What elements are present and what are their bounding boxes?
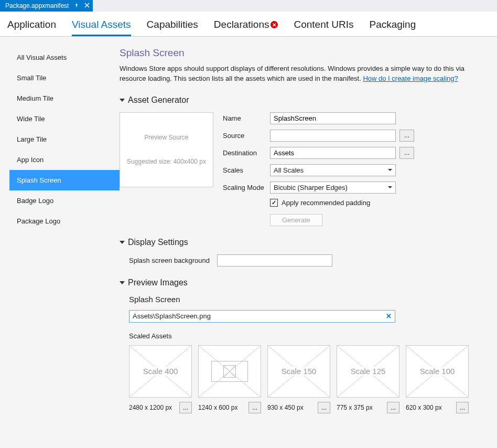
asset-preview-icon [211, 361, 248, 382]
tab-packaging[interactable]: Packaging [370, 19, 416, 36]
panel: Splash Screen Windows Store apps should … [120, 47, 497, 413]
tab-application[interactable]: Application [7, 19, 56, 36]
content-area: All Visual AssetsSmall TileMedium TileWi… [0, 37, 497, 413]
source-browse-button[interactable]: ... [399, 130, 414, 142]
asset-browse-button[interactable]: ... [456, 402, 469, 413]
destination-label: Destination [223, 149, 270, 157]
sidebar-item-app-icon[interactable]: App Icon [9, 150, 120, 170]
scales-dropdown[interactable]: All Scales [270, 164, 396, 176]
preview-source-box[interactable]: Preview Source Suggested size: 400x400 p… [120, 112, 213, 187]
section-display-settings[interactable]: Display Settings [120, 238, 492, 247]
scaled-asset: Scale 4002480 x 1200 px... [129, 345, 192, 413]
asset-browse-button[interactable]: ... [179, 402, 192, 413]
destination-input[interactable] [270, 147, 396, 159]
chevron-down-icon [120, 99, 125, 102]
close-icon[interactable] [84, 2, 90, 9]
chevron-down-icon [388, 186, 392, 188]
source-input[interactable] [270, 130, 396, 142]
tab-content-uris[interactable]: Content URIs [294, 19, 353, 36]
padding-label: Apply recommended padding [282, 199, 370, 207]
chevron-down-icon [120, 241, 125, 244]
scales-label: Scales [223, 166, 270, 174]
tab-capabilities[interactable]: Capabilities [147, 19, 198, 36]
scaled-assets-label: Scaled Assets [129, 332, 492, 340]
section-preview-images[interactable]: Preview Images [120, 278, 492, 287]
tab-visual-assets[interactable]: Visual Assets [72, 19, 131, 36]
scale-label: Scale 100 [418, 367, 457, 376]
page-title: Splash Screen [120, 47, 492, 59]
document-tab-strip: Package.appxmanifest [0, 0, 497, 12]
asset-thumbnail[interactable]: Scale 125 [337, 345, 399, 398]
tab-declarations[interactable]: Declarations✕ [214, 19, 278, 36]
sidebar: All Visual AssetsSmall TileMedium TileWi… [0, 47, 120, 413]
dimension-label: 1240 x 600 px [198, 404, 237, 411]
asset-browse-button[interactable]: ... [248, 402, 261, 413]
asset-thumbnail[interactable] [198, 345, 261, 398]
scaled-asset: Scale 100620 x 300 px... [406, 345, 469, 413]
sidebar-item-wide-tile[interactable]: Wide Tile [9, 109, 120, 129]
error-icon: ✕ [271, 21, 278, 28]
dimension-label: 775 x 375 px [337, 404, 373, 411]
asset-thumbnail[interactable]: Scale 100 [406, 345, 469, 398]
scale-label: Scale 125 [349, 367, 387, 376]
chevron-down-icon [388, 169, 392, 171]
padding-checkbox[interactable]: ✓ [270, 199, 278, 207]
clear-icon[interactable]: ✕ [386, 312, 392, 320]
scaled-asset: Scale 125775 x 375 px... [337, 345, 399, 413]
dimension-label: 930 x 450 px [267, 404, 304, 411]
pin-icon[interactable] [74, 2, 79, 9]
splash-path-input[interactable]: Assets\SplashScreen.png ✕ [129, 310, 395, 323]
document-tab-title: Package.appxmanifest [5, 2, 69, 9]
asset-browse-button[interactable]: ... [318, 402, 330, 413]
destination-browse-button[interactable]: ... [399, 147, 414, 159]
splash-bg-input[interactable] [217, 254, 332, 266]
sidebar-item-package-logo[interactable]: Package Logo [9, 211, 120, 231]
asset-thumbnail[interactable]: Scale 150 [267, 345, 330, 398]
document-tab[interactable]: Package.appxmanifest [0, 0, 93, 12]
manifest-tabs: ApplicationVisual AssetsCapabilitiesDecl… [0, 12, 497, 37]
source-label: Source [223, 132, 270, 140]
scaled-asset: Scale 150930 x 450 px... [267, 345, 330, 413]
name-label: Name [223, 114, 270, 122]
asset-browse-button[interactable]: ... [387, 402, 399, 413]
mode-dropdown[interactable]: Bicubic (Sharper Edges) [270, 182, 396, 194]
dimension-label: 620 x 300 px [406, 404, 442, 411]
sidebar-item-medium-tile[interactable]: Medium Tile [9, 88, 120, 109]
sidebar-item-large-tile[interactable]: Large Tile [9, 129, 120, 150]
scaled-asset: 1240 x 600 px... [198, 345, 261, 413]
asset-thumbnail[interactable]: Scale 400 [129, 345, 192, 398]
chevron-down-icon [120, 281, 125, 284]
sidebar-item-badge-logo[interactable]: Badge Logo [9, 190, 120, 211]
generate-button[interactable]: Generate [270, 214, 322, 226]
name-input[interactable] [270, 112, 396, 124]
sidebar-item-splash-screen[interactable]: Splash Screen [9, 170, 120, 190]
sidebar-item-small-tile[interactable]: Small Tile [9, 68, 120, 88]
dimension-label: 2480 x 1200 px [129, 404, 172, 411]
scale-label: Scale 150 [280, 367, 318, 376]
sidebar-item-all-visual-assets[interactable]: All Visual Assets [9, 47, 120, 68]
preview-subtitle: Splash Screen [129, 295, 492, 304]
mode-label: Scaling Mode [223, 184, 270, 191]
splash-bg-label: Splash screen background [129, 257, 217, 264]
section-asset-generator[interactable]: Asset Generator [120, 95, 492, 105]
scale-label: Scale 400 [142, 367, 180, 376]
description: Windows Store apps should support displa… [120, 64, 492, 84]
scaling-help-link[interactable]: How do I create image scaling? [363, 74, 458, 82]
